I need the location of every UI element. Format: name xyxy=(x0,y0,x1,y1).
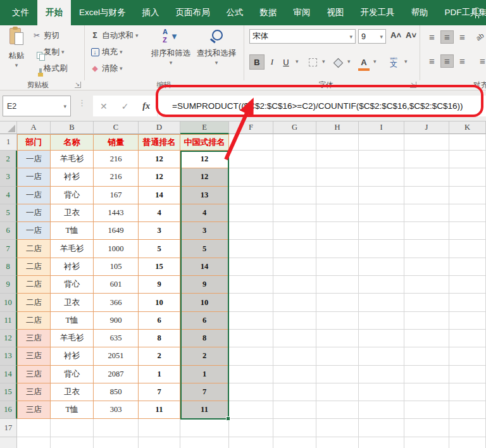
empty-cell[interactable] xyxy=(229,151,273,168)
table-header-cell[interactable]: 普通排名 xyxy=(139,134,180,151)
empty-cell[interactable] xyxy=(449,312,486,330)
empty-cell[interactable] xyxy=(316,437,359,448)
ribbon-tab[interactable]: Excel与财务 xyxy=(71,0,134,25)
empty-cell[interactable] xyxy=(359,294,404,311)
insert-function-icon[interactable]: fx xyxy=(142,101,150,111)
chevron-down-icon[interactable]: ▾ xyxy=(296,58,299,65)
active-cell-E2[interactable]: 12 xyxy=(180,151,229,168)
empty-cell[interactable] xyxy=(404,240,449,258)
sales-cell[interactable]: 850 xyxy=(94,383,139,401)
shrink-font-button[interactable]: A˅ xyxy=(406,30,416,40)
empty-cell[interactable] xyxy=(449,330,486,347)
empty-cell[interactable] xyxy=(316,347,359,365)
sales-cell[interactable]: 216 xyxy=(94,151,139,168)
empty-cell[interactable] xyxy=(229,330,273,347)
empty-cell[interactable] xyxy=(404,204,449,222)
empty-cell[interactable] xyxy=(316,204,359,222)
cn-rank-cell[interactable]: 2 xyxy=(180,347,229,365)
chevron-down-icon[interactable]: ▾ xyxy=(373,58,377,65)
empty-cell[interactable] xyxy=(273,347,316,365)
clear-button[interactable]: ◆ 清除 ▾ xyxy=(90,62,123,75)
ribbon-tab[interactable]: 插入 xyxy=(134,0,168,25)
sales-cell[interactable]: 216 xyxy=(94,168,139,186)
empty-cell[interactable] xyxy=(316,419,359,437)
fill-color-button[interactable] xyxy=(332,54,344,70)
empty-cell[interactable] xyxy=(229,419,273,437)
row-header-2[interactable]: 2 xyxy=(0,151,17,168)
ribbon-tab[interactable]: 文件 xyxy=(4,0,37,25)
empty-cell[interactable] xyxy=(229,276,273,294)
cancel-icon[interactable]: ✕ xyxy=(100,101,108,111)
empty-cell[interactable] xyxy=(316,312,359,330)
empty-cell[interactable] xyxy=(229,222,273,240)
name-cell[interactable]: 衬衫 xyxy=(51,258,94,276)
ribbon-tab[interactable]: 页面布局 xyxy=(168,0,218,25)
rank-cell[interactable]: 9 xyxy=(139,276,180,294)
empty-cell[interactable] xyxy=(359,151,404,168)
select-all-corner[interactable] xyxy=(0,121,17,134)
align-bottom-button[interactable]: ≡ xyxy=(456,30,469,44)
column-header-K[interactable]: K xyxy=(449,121,486,134)
sales-cell[interactable]: 635 xyxy=(94,330,139,347)
empty-cell[interactable] xyxy=(449,383,486,401)
cut-button[interactable]: ✂ 剪切 xyxy=(32,29,59,42)
empty-cell[interactable] xyxy=(273,258,316,276)
rank-cell[interactable]: 6 xyxy=(139,312,180,330)
empty-cell[interactable] xyxy=(449,187,486,204)
empty-cell[interactable] xyxy=(273,401,316,419)
rank-cell[interactable]: 5 xyxy=(139,240,180,258)
dept-cell[interactable]: 三店 xyxy=(17,330,51,347)
empty-cell[interactable] xyxy=(449,437,486,448)
chevron-down-icon[interactable]: ▾ xyxy=(404,58,408,65)
dept-cell[interactable]: 二店 xyxy=(17,276,51,294)
row-header-4[interactable]: 4 xyxy=(0,187,17,204)
empty-cell[interactable] xyxy=(273,276,316,294)
rank-cell[interactable]: 15 xyxy=(139,258,180,276)
empty-cell[interactable] xyxy=(404,437,449,448)
empty-cell[interactable] xyxy=(359,258,404,276)
empty-cell[interactable] xyxy=(449,294,486,311)
ribbon-tab[interactable]: 公式 xyxy=(218,0,252,25)
empty-cell[interactable] xyxy=(316,401,359,419)
empty-cell[interactable] xyxy=(51,437,94,448)
align-center-button[interactable]: ≡ xyxy=(440,54,454,68)
chevron-down-icon[interactable]: ▾ xyxy=(347,58,351,65)
row-header-13[interactable]: 13 xyxy=(0,347,17,365)
name-cell[interactable]: 卫衣 xyxy=(51,383,94,401)
ribbon-tab[interactable]: 数据 xyxy=(252,0,285,25)
dept-cell[interactable]: 一店 xyxy=(17,222,51,240)
grow-font-button[interactable]: A˄ xyxy=(390,30,401,40)
empty-cell[interactable] xyxy=(229,437,273,448)
cn-rank-cell[interactable]: 13 xyxy=(180,187,229,204)
empty-cell[interactable] xyxy=(229,168,273,186)
empty-cell[interactable] xyxy=(359,134,404,151)
empty-cell[interactable] xyxy=(404,134,449,151)
sales-cell[interactable]: 1000 xyxy=(94,240,139,258)
chevron-down-icon[interactable]: ▾ xyxy=(322,58,325,65)
row-header-7[interactable]: 7 xyxy=(0,240,17,258)
ribbon-tab[interactable]: 视图 xyxy=(319,0,352,25)
row-header-3[interactable]: 3 xyxy=(0,168,17,186)
empty-cell[interactable] xyxy=(17,437,51,448)
name-cell[interactable]: 背心 xyxy=(51,276,94,294)
empty-cell[interactable] xyxy=(229,134,273,151)
empty-cell[interactable] xyxy=(229,294,273,311)
empty-cell[interactable] xyxy=(229,240,273,258)
cn-rank-cell[interactable]: 14 xyxy=(180,258,229,276)
ribbon-tab[interactable]: 帮助 xyxy=(403,0,437,25)
rank-cell[interactable]: 7 xyxy=(139,383,180,401)
empty-cell[interactable] xyxy=(359,330,404,347)
sales-cell[interactable]: 900 xyxy=(94,312,139,330)
name-cell[interactable]: 衬衫 xyxy=(51,347,94,365)
cn-rank-cell[interactable]: 1 xyxy=(180,366,229,383)
sales-cell[interactable]: 167 xyxy=(94,187,139,204)
rank-cell[interactable]: 4 xyxy=(139,204,180,222)
empty-cell[interactable] xyxy=(404,419,449,437)
empty-cell[interactable] xyxy=(404,347,449,365)
empty-cell[interactable] xyxy=(273,312,316,330)
dept-cell[interactable]: 三店 xyxy=(17,366,51,383)
italic-button[interactable]: I xyxy=(266,54,278,70)
align-left-button[interactable]: ≡ xyxy=(425,54,439,68)
empty-cell[interactable] xyxy=(449,401,486,419)
empty-cell[interactable] xyxy=(404,294,449,311)
